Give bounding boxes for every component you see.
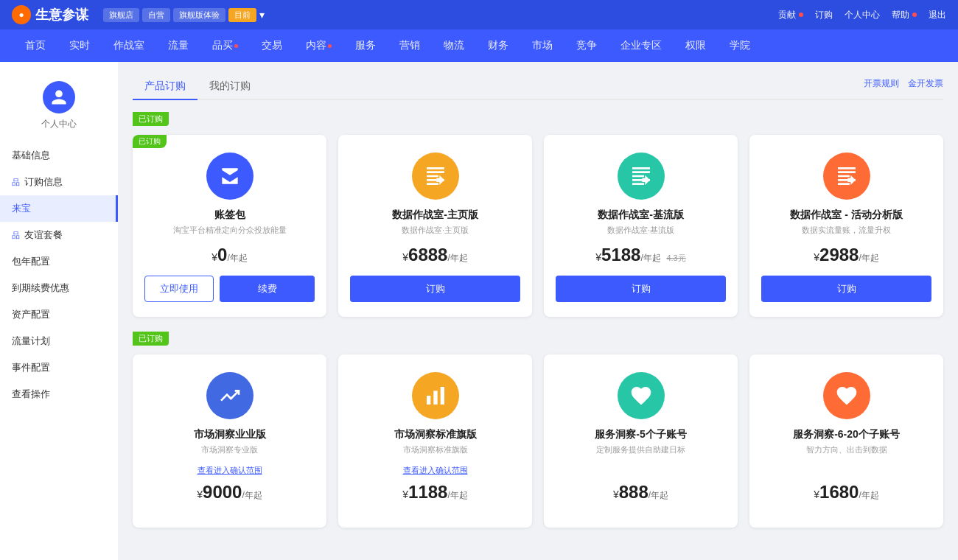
- card-desc-4: 数据实流量账，流量升权: [802, 225, 891, 236]
- shop-tag-3[interactable]: 旗舰版体验: [173, 8, 225, 22]
- btn-renew[interactable]: 续费: [220, 276, 315, 302]
- tab-product-order[interactable]: 产品订购: [133, 74, 197, 100]
- btn-order-4[interactable]: 订购: [761, 276, 931, 302]
- app-title: 生意参谋: [35, 6, 88, 24]
- card-title-5: 市场洞察业业版: [194, 428, 266, 441]
- shop-tag-dropdown[interactable]: ▾: [259, 9, 265, 21]
- card-desc-2: 数据作战室·主页版: [402, 225, 469, 236]
- card-icon-heart-teal: [618, 372, 665, 419]
- card-title-7: 服务洞察-5个子账号: [595, 428, 686, 441]
- svg-rect-1: [433, 391, 437, 405]
- card-buttons-1: 立即使用 续费: [144, 276, 315, 302]
- shop-tags: 旗舰店 自营 旗舰版体验 目前 ▾: [103, 8, 265, 22]
- sidebar-item-orderinfo[interactable]: 品 订购信息: [0, 169, 118, 195]
- nav-logistics[interactable]: 物流: [433, 29, 475, 62]
- action-open-invoice[interactable]: 金开发票: [908, 77, 943, 90]
- nav-service[interactable]: 服务: [345, 29, 386, 62]
- nav-content[interactable]: 内容: [296, 29, 342, 62]
- nav-bar: 首页 实时 作战室 流量 品买 交易 内容 服务 营销 物流 财务 市场 竞争 …: [0, 29, 958, 62]
- section-2: 已订购 市场洞察业业版 市场洞察专业版 查看进入确认范围 ¥9000/年起: [133, 332, 943, 527]
- product-card-market-std: 市场洞察标准旗版 市场洞察标准旗版 查看进入确认范围 ¥1188/年起: [338, 354, 532, 527]
- nav-trade[interactable]: 交易: [251, 29, 293, 62]
- card-price-6: ¥1188/年起: [402, 482, 468, 503]
- price-link-6[interactable]: 查看进入确认范围: [403, 465, 468, 476]
- sidebar-item-laibao[interactable]: 来宝: [0, 195, 118, 222]
- sidebar-label-traffic: 流量计划: [12, 335, 50, 348]
- nav-warroom[interactable]: 作战室: [103, 29, 155, 62]
- section-badge-1: 已订购: [133, 112, 169, 126]
- product-card-service-5: 服务洞察-5个子账号 定制服务提供自助建日标 ¥888/年起: [544, 354, 738, 527]
- card-badge-1: 已订购: [133, 135, 167, 148]
- card-price-4: ¥2988/年起: [814, 245, 879, 265]
- nav-home[interactable]: 首页: [15, 29, 56, 62]
- top-menu-order[interactable]: 订购: [815, 9, 833, 21]
- top-menu-help[interactable]: 帮助: [892, 9, 917, 21]
- card-desc-3: 数据作战室·基流版: [607, 225, 674, 236]
- tabs-header: 产品订购 我的订购 开票规则 金开发票: [133, 74, 943, 100]
- card-desc-8: 智力方向、出击到数据: [806, 444, 887, 455]
- sidebar-item-viewop[interactable]: 查看操作: [0, 381, 118, 407]
- sidebar-item-traffic[interactable]: 流量计划: [0, 328, 118, 354]
- sidebar-label-laibao: 来宝: [12, 202, 31, 215]
- card-desc-5: 市场洞察专业版: [201, 444, 258, 455]
- svg-rect-2: [440, 387, 444, 405]
- card-desc-6: 市场洞察标准旗版: [403, 444, 468, 455]
- shop-tag-active[interactable]: 目前: [228, 8, 256, 22]
- card-icon-chart2-orange: [412, 372, 459, 419]
- sidebar-label-basicinfo: 基础信息: [12, 149, 50, 162]
- card-price-8: ¥1680/年起: [814, 482, 879, 503]
- logo-icon: ●: [12, 5, 31, 24]
- sidebar: 个人中心 基础信息 品 订购信息 来宝 品 友谊套餐 包年配置 到期续费优惠 资…: [0, 62, 118, 560]
- price-link-5[interactable]: 查看进入确认范围: [197, 465, 262, 476]
- product-card-zhangqianban: 已订购 账签包 淘宝平台精准定向分众投放能量 ¥0/年起 立即使用 续费: [133, 135, 326, 317]
- shop-tag-1[interactable]: 旗舰店: [103, 8, 139, 22]
- product-card-huodong: 数据作战室 - 活动分析版 数据实流量账，流量升权 ¥2988/年起 订购: [749, 135, 943, 317]
- top-menu-personal[interactable]: 个人中心: [845, 9, 880, 21]
- top-right-menu: 贡献 订购 个人中心 帮助 退出: [778, 9, 946, 21]
- tab-my-order[interactable]: 我的订购: [197, 74, 262, 100]
- sidebar-label-friendship: 友谊套餐: [24, 228, 63, 242]
- sidebar-item-renewal[interactable]: 到期续费优惠: [0, 275, 118, 301]
- content-area: 产品订购 我的订购 开票规则 金开发票 已订购 已订购 账签包 淘宝平台精准定向…: [118, 62, 958, 560]
- sidebar-item-friendship[interactable]: 品 友谊套餐: [0, 222, 118, 248]
- sidebar-label-orderinfo: 订购信息: [24, 175, 63, 189]
- product-card-market-pro: 市场洞察业业版 市场洞察专业版 查看进入确认范围 ¥9000/年起: [133, 354, 326, 527]
- card-price-3: ¥5188/年起 4.3元: [595, 245, 685, 265]
- nav-realtime[interactable]: 实时: [59, 29, 100, 62]
- avatar-icon: [43, 81, 75, 113]
- btn-use-now[interactable]: 立即使用: [144, 276, 214, 302]
- sidebar-item-event[interactable]: 事件配置: [0, 354, 118, 381]
- shop-tag-2[interactable]: 自营: [142, 8, 170, 22]
- top-menu-contribution[interactable]: 贡献: [778, 9, 803, 21]
- sidebar-label-renewal: 到期续费优惠: [12, 281, 69, 295]
- section-1: 已订购 已订购 账签包 淘宝平台精准定向分众投放能量 ¥0/年起 立即使用 续费: [133, 112, 943, 317]
- nav-academy[interactable]: 学院: [719, 29, 761, 62]
- action-invoice-rules[interactable]: 开票规则: [864, 77, 899, 90]
- card-price-5: ¥9000/年起: [197, 482, 262, 503]
- nav-permission[interactable]: 权限: [675, 29, 716, 62]
- nav-pinmai[interactable]: 品买: [202, 29, 248, 62]
- sidebar-item-annual[interactable]: 包年配置: [0, 248, 118, 275]
- nav-traffic[interactable]: 流量: [158, 29, 199, 62]
- card-title-6: 市场洞察标准旗版: [394, 428, 477, 441]
- card-price-1: ¥0/年起: [211, 245, 248, 265]
- nav-market[interactable]: 市场: [522, 29, 563, 62]
- btn-order-3[interactable]: 订购: [556, 276, 726, 302]
- card-buttons-4: 订购: [761, 276, 931, 302]
- btn-order-2[interactable]: 订购: [350, 276, 520, 302]
- top-menu-logout[interactable]: 退出: [929, 9, 946, 21]
- sidebar-label-event: 事件配置: [12, 361, 50, 374]
- top-bar: ● 生意参谋 旗舰店 自营 旗舰版体验 目前 ▾ 贡献 订购 个人中心 帮助 退…: [0, 0, 958, 29]
- app-logo: ● 生意参谋: [12, 5, 88, 24]
- nav-enterprise[interactable]: 企业专区: [610, 29, 672, 62]
- nav-finance[interactable]: 财务: [478, 29, 519, 62]
- sidebar-item-assets[interactable]: 资产配置: [0, 301, 118, 328]
- sidebar-prefix-orderinfo: 品: [12, 177, 20, 188]
- nav-marketing[interactable]: 营销: [389, 29, 430, 62]
- card-icon-chart-orange: [412, 153, 459, 200]
- nav-competition[interactable]: 竞争: [566, 29, 607, 62]
- main-layout: 个人中心 基础信息 品 订购信息 来宝 品 友谊套餐 包年配置 到期续费优惠 资…: [0, 62, 958, 560]
- card-buttons-3: 订购: [556, 276, 726, 302]
- card-icon-chart-red: [823, 153, 870, 200]
- sidebar-item-basicinfo[interactable]: 基础信息: [0, 142, 118, 169]
